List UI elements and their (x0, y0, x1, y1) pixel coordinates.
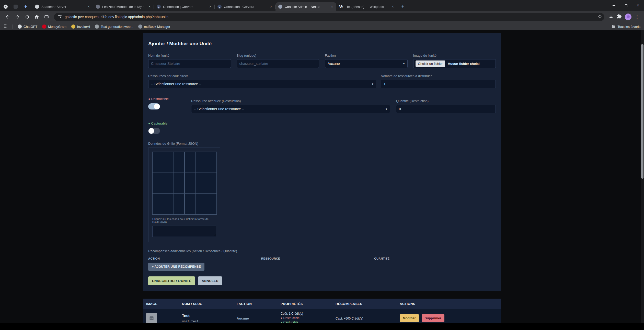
add-reward-button[interactable]: + AJOUTER UNE RÉCOMPENSE (148, 263, 204, 271)
grid-cell[interactable] (163, 204, 174, 215)
grid-cell[interactable] (174, 173, 185, 183)
faction-select[interactable]: Aucune ▾ (325, 59, 408, 68)
destruction-qty-input[interactable] (396, 105, 496, 113)
tab-neuf-mondes[interactable]: Les Neuf Mondes de la Mythol ✕ (93, 2, 154, 11)
grid-cell[interactable] (185, 193, 195, 204)
grid-cell[interactable] (195, 162, 206, 173)
reload-button[interactable] (23, 13, 31, 21)
bookmark-chatgpt[interactable]: ChatGPT (18, 25, 37, 29)
bookmark-mdbook-manager[interactable]: mdBook Manager (138, 25, 170, 29)
unit-name-input[interactable] (148, 59, 231, 68)
grid-cell[interactable] (185, 162, 195, 173)
resource-cost-select[interactable]: -- Sélectionner une ressource -- ▾ (148, 80, 376, 88)
capturable-toggle[interactable] (148, 128, 160, 134)
grid-cell[interactable] (185, 152, 195, 162)
grid-cell[interactable] (195, 152, 206, 162)
tab-corvara-2[interactable]: C Connexion | Corvara ✕ (215, 2, 275, 11)
grid-cell[interactable] (206, 193, 217, 204)
cancel-button[interactable]: ANNULER (198, 276, 222, 285)
slug-input[interactable] (237, 59, 319, 68)
tab-close-icon[interactable]: ✕ (269, 4, 273, 9)
grid-cell[interactable] (163, 162, 174, 173)
profile-chip-icon[interactable] (4, 5, 8, 9)
apps-grid-icon[interactable] (4, 24, 8, 29)
side-panel-icon[interactable] (42, 13, 51, 21)
grid-cell[interactable] (152, 204, 163, 215)
grid-cell[interactable] (206, 204, 217, 215)
destruction-resource-select[interactable]: -- Sélectionner une ressource -- ▾ (191, 105, 390, 113)
browser-menu-icon[interactable]: ⋮ (635, 14, 640, 20)
grid-cell[interactable] (206, 183, 217, 194)
invokeai-favicon (71, 25, 75, 29)
unit-faction: Aucune (237, 316, 249, 320)
minimize-button[interactable] (608, 0, 620, 11)
chevron-down-icon: ▾ (386, 107, 387, 111)
bookmark-text-generation[interactable]: Text generation web... (95, 25, 133, 29)
forward-button[interactable] (13, 13, 22, 21)
grid-cell[interactable] (206, 162, 217, 173)
tab-corvara-1[interactable]: C Connexion | Corvara ✕ (154, 2, 215, 11)
tab-close-icon[interactable]: ✕ (86, 4, 91, 9)
back-button[interactable] (3, 13, 12, 21)
grid-cell[interactable] (152, 162, 163, 173)
grid-cell[interactable] (152, 152, 163, 162)
delete-unit-button[interactable]: Supprimer (422, 314, 444, 322)
page-scrollbar-thumb[interactable] (641, 44, 643, 179)
grid-cell[interactable] (163, 183, 174, 194)
grid-cell[interactable] (174, 152, 185, 162)
grid-cell[interactable] (206, 152, 217, 162)
edit-unit-button[interactable]: Modifier (400, 314, 419, 322)
image-file-input[interactable]: Choisir un fichier Aucun fichier choisi (413, 59, 496, 68)
close-window-button[interactable]: ✕ (632, 0, 644, 11)
grid-cell[interactable] (195, 173, 206, 183)
grid-cell[interactable] (195, 193, 206, 204)
tab-console-admin-nexus[interactable]: Console Admin – Nexus ✕ (275, 2, 336, 11)
extensions-icon[interactable] (617, 14, 622, 20)
bookmark-star-icon[interactable] (597, 14, 602, 20)
bookmarks-separator (13, 25, 13, 29)
address-bar[interactable]: galactic-pve-conquest-c7fe.dev.flatlogic… (54, 13, 604, 21)
tab-close-icon[interactable]: ✕ (390, 4, 395, 9)
pinned-app-icon[interactable] (14, 5, 18, 9)
tab-close-icon[interactable]: ✕ (330, 4, 334, 9)
col-properties: PROPRIÉTÉS (278, 302, 333, 306)
grid-cell[interactable] (195, 204, 206, 215)
resource-count-input[interactable] (381, 80, 496, 88)
grid-cell[interactable] (185, 173, 195, 183)
grid-json-textarea[interactable] (152, 226, 216, 237)
home-button[interactable] (32, 13, 41, 21)
grid-cell[interactable] (163, 173, 174, 183)
bookmark-invokeai[interactable]: InvokeAI (71, 25, 90, 29)
bookmark-moneygram[interactable]: MoneyGram (42, 25, 66, 29)
all-bookmarks-button[interactable]: Tous les favoris (612, 25, 640, 29)
grid-cell[interactable] (185, 183, 195, 194)
pinned-icons (0, 5, 32, 11)
destructible-toggle[interactable] (148, 103, 160, 109)
pinned-bolt-icon[interactable] (24, 5, 28, 9)
grid-cell[interactable] (152, 193, 163, 204)
rewards-col-quantity: QUANTITÉ (374, 257, 487, 260)
grid-cell[interactable] (152, 173, 163, 183)
grid-cell[interactable] (174, 162, 185, 173)
resource-count-label: Nombre de ressources à distribuer (381, 74, 496, 78)
grid-cell[interactable] (174, 183, 185, 194)
grid-cell[interactable] (163, 152, 174, 162)
profile-avatar[interactable] (625, 14, 631, 20)
maximize-button[interactable] (620, 0, 632, 11)
downloads-icon[interactable] (608, 14, 614, 20)
grid-cell[interactable] (195, 183, 206, 194)
new-tab-button[interactable]: + (399, 3, 406, 10)
grid-cell[interactable] (174, 193, 185, 204)
tab-close-icon[interactable]: ✕ (208, 4, 213, 9)
choose-file-button[interactable]: Choisir un fichier (416, 60, 445, 67)
grid-cell[interactable] (174, 204, 185, 215)
tab-spacebar-server[interactable]: Spacebar Server ✕ (32, 2, 93, 11)
grid-cell[interactable] (206, 173, 217, 183)
tab-close-icon[interactable]: ✕ (147, 4, 152, 9)
grid-cell[interactable] (185, 204, 195, 215)
save-unit-button[interactable]: ENREGISTRER L'UNITÉ (148, 276, 195, 285)
grid-cell[interactable] (163, 193, 174, 204)
site-settings-icon[interactable] (57, 14, 62, 20)
tab-wikipedia-hel[interactable]: W Hel (déesse) — Wikipédia ✕ (336, 2, 397, 11)
grid-cell[interactable] (152, 183, 163, 194)
